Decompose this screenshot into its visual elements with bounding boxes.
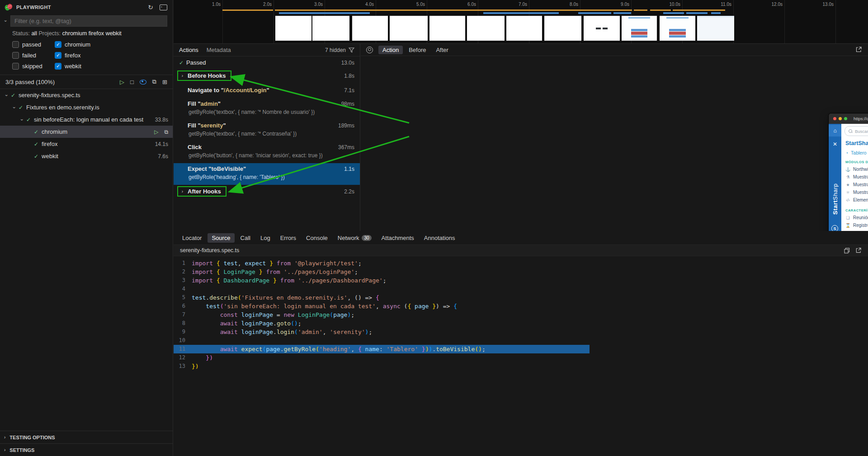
test-duration: 14.1s xyxy=(155,141,168,147)
tools-icon[interactable]: ✕ xyxy=(829,138,841,150)
checkbox-icon[interactable] xyxy=(12,41,19,48)
tab-errors[interactable]: Errors xyxy=(276,233,300,243)
tab-source[interactable]: Source xyxy=(208,233,234,243)
filter-input[interactable] xyxy=(10,15,167,27)
menu-item-elementos-de-ui[interactable]: ‹/›Elementos de UINEW› xyxy=(844,196,868,204)
tab-call[interactable]: Call xyxy=(236,233,255,243)
status-checkbox-skipped[interactable]: skipped xyxy=(12,63,55,70)
film-strip-thumbnail[interactable] xyxy=(544,16,581,41)
test-tree-item-sin[interactable]: ›✓sin beforeEach: login manual en cada t… xyxy=(0,113,173,126)
film-strip-thumbnail[interactable] xyxy=(622,16,657,41)
tab-locator[interactable]: Locator xyxy=(178,233,206,243)
terminal-icon[interactable]: › xyxy=(160,5,167,10)
tab-metadata[interactable]: Metadata xyxy=(207,47,231,53)
menu-item-muestras-avanzadas[interactable]: ★Muestras avanzadasNEW› xyxy=(844,181,868,188)
checkbox-icon[interactable]: ✓ xyxy=(55,41,61,48)
action-row-navigate[interactable]: Navigate to "/Account/Login"7.1s xyxy=(174,85,360,98)
test-tree-item-webkit[interactable]: ✓webkit7.6s xyxy=(0,150,173,162)
film-strip-thumbnail[interactable] xyxy=(275,16,311,41)
timeline-test-bar xyxy=(222,9,273,11)
menu-section-header: MÓDULOS DE DEMOSTRACIÓN xyxy=(845,160,868,164)
open-source-external-icon[interactable] xyxy=(855,247,862,254)
expand-chevron-icon[interactable]: › xyxy=(4,91,9,99)
expand-chevron-icon[interactable]: › xyxy=(180,189,185,194)
film-strip-thumbnail[interactable] xyxy=(467,16,505,41)
tab-network[interactable]: Network30 xyxy=(334,233,376,243)
project-checkbox-webkit[interactable]: ✓webkit xyxy=(55,63,167,70)
film-strip-thumbnail[interactable] xyxy=(660,16,695,41)
copy-icon[interactable] xyxy=(844,248,850,254)
section-settings[interactable]: › SETTINGS xyxy=(0,443,173,456)
test-tree-item-chromium[interactable]: ✓chromium▷⧉ xyxy=(0,126,173,138)
chevron-down-icon[interactable]: › xyxy=(3,19,8,24)
collapse-all-icon[interactable]: ⧉ xyxy=(152,78,156,85)
site-search-input[interactable]: Buscar xyxy=(844,126,868,136)
film-strip-thumbnail[interactable] xyxy=(352,16,388,41)
film-strip-thumbnail[interactable] xyxy=(312,16,349,41)
action-row-fill-admin[interactable]: Fill "admin"98msgetByRole('textbox', { n… xyxy=(174,98,360,120)
project-checkbox-chromium[interactable]: ✓chromium xyxy=(55,41,167,48)
stop-icon[interactable]: □ xyxy=(130,79,134,85)
source-line: 1import { test, expect } from '@playwrig… xyxy=(174,259,590,268)
action-row-expect-tobevisible[interactable]: Expect "toBeVisible"1.1sgetByRole('headi… xyxy=(174,163,360,185)
tab-actions[interactable]: Actions xyxy=(179,47,198,53)
tab-console[interactable]: Console xyxy=(302,233,332,243)
open-external-icon[interactable] xyxy=(855,46,862,53)
menu-item-reuni-n[interactable]: ❏Reunión› xyxy=(844,214,868,221)
film-strip-thumbnail[interactable] xyxy=(584,16,620,41)
refresh-icon[interactable]: ↻ xyxy=(148,4,153,11)
tab-action[interactable]: Action xyxy=(378,46,403,54)
chat-icon: ❏ xyxy=(845,216,850,220)
run-test-icon[interactable]: ▷ xyxy=(154,129,158,135)
test-summary: 3/3 passed (100%) xyxy=(5,79,55,85)
checkbox-icon[interactable]: ✓ xyxy=(55,63,61,70)
test-tree-item-firefox[interactable]: ✓firefox14.1s xyxy=(0,138,173,150)
action-row-before-hooks[interactable]: ›Before Hooks1.8s xyxy=(174,69,360,85)
film-strip-thumbnail[interactable] xyxy=(390,16,428,41)
section-testing-options[interactable]: › TESTING OPTIONS xyxy=(0,431,173,443)
action-row-after-hooks[interactable]: ›After Hooks2.2s xyxy=(174,185,360,200)
action-title: Fill "serenity" xyxy=(188,122,226,129)
expand-chevron-icon[interactable]: › xyxy=(180,73,185,78)
status-checkbox-passed[interactable]: passed xyxy=(12,41,55,48)
expand-chevron-icon[interactable]: › xyxy=(19,116,25,123)
copy-test-icon[interactable]: ⧉ xyxy=(164,129,168,135)
film-strip-thumbnail[interactable] xyxy=(697,16,734,41)
menu-item-northwind[interactable]: ⚓Northwind› xyxy=(844,165,868,173)
tab-log[interactable]: Log xyxy=(256,233,274,243)
filter-funnel-icon[interactable] xyxy=(349,47,354,53)
site-brand[interactable]: StartSharp xyxy=(845,140,868,146)
tab-attachments[interactable]: Attachments xyxy=(377,233,418,243)
action-duration: 1.1s xyxy=(344,166,354,172)
tab-after[interactable]: After xyxy=(432,46,452,54)
menu-item-tablero[interactable]: ◔ Tablero xyxy=(845,150,868,155)
status-label: passed xyxy=(22,41,41,48)
expand-all-icon[interactable]: ⊞ xyxy=(162,79,167,85)
home-icon[interactable]: ⌂ xyxy=(829,125,841,136)
checkbox-icon[interactable]: ✓ xyxy=(55,52,61,59)
status-checkbox-failed[interactable]: failed xyxy=(12,52,55,59)
test-tree-item-Fixtures[interactable]: ›✓Fixtures en demo.serenity.is xyxy=(0,101,173,113)
tab-before[interactable]: Before xyxy=(405,46,430,54)
code-icon: ‹/› xyxy=(845,198,850,202)
action-row-passed[interactable]: ✓Passed13.0s xyxy=(174,56,360,69)
run-all-icon[interactable]: ▷ xyxy=(120,79,124,85)
source-code-viewer[interactable]: 1import { test, expect } from '@playwrig… xyxy=(174,256,590,371)
film-strip-thumbnail[interactable] xyxy=(429,16,465,41)
trace-timeline[interactable]: 1.0s2.0s3.0s4.0s5.0s6.0s7.0s8.0s9.0s10.0… xyxy=(174,0,868,44)
expand-chevron-icon[interactable]: › xyxy=(12,103,17,111)
action-row-click[interactable]: Click367msgetByRole('button', { name: 'I… xyxy=(174,141,360,163)
menu-item-label: Muestras básicas xyxy=(853,174,868,179)
watch-all-icon[interactable] xyxy=(140,80,146,85)
action-row-fill-serenity[interactable]: Fill "serenity"189msgetByRole('textbox',… xyxy=(174,120,360,141)
menu-item-muestras-b-sicas[interactable]: ⚗Muestras básicas› xyxy=(844,173,868,181)
pick-locator-icon[interactable] xyxy=(366,47,373,53)
menu-item-registro-de-trabajo[interactable]: ⌛Registro de trabajoNEW› xyxy=(844,221,868,229)
tab-annotations[interactable]: Annotations xyxy=(420,233,459,243)
checkbox-icon[interactable] xyxy=(12,63,19,70)
test-tree-item-serenity-fixtures.spec.ts[interactable]: ›✓serenity-fixtures.spec.ts xyxy=(0,89,173,101)
project-checkbox-firefox[interactable]: ✓firefox xyxy=(55,52,167,59)
menu-item-muestras-de-aplicaci-n[interactable]: ⚛Muestras de Aplicación› xyxy=(844,188,868,196)
film-strip-thumbnail[interactable] xyxy=(506,16,542,41)
checkbox-icon[interactable] xyxy=(12,52,19,59)
